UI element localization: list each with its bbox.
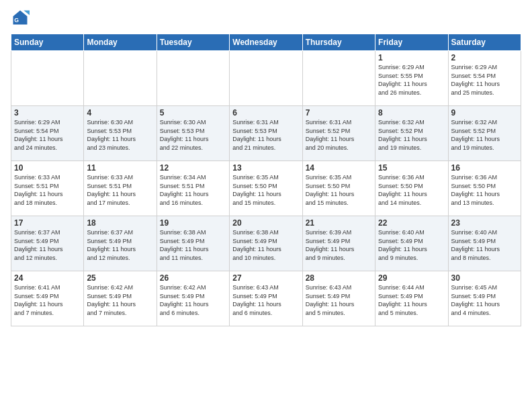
calendar-cell: 11Sunrise: 6:33 AM Sunset: 5:51 PM Dayli… — [84, 161, 157, 216]
day-info: Sunrise: 6:31 AM Sunset: 5:52 PM Dayligh… — [306, 118, 372, 152]
calendar-cell — [84, 51, 157, 106]
calendar-cell — [157, 51, 229, 106]
day-info: Sunrise: 6:30 AM Sunset: 5:53 PM Dayligh… — [87, 118, 153, 152]
day-info: Sunrise: 6:35 AM Sunset: 5:50 PM Dayligh… — [232, 173, 299, 207]
calendar-cell — [230, 51, 302, 106]
day-number: 10 — [14, 163, 81, 173]
calendar-cell: 6Sunrise: 6:31 AM Sunset: 5:53 PM Daylig… — [230, 106, 302, 161]
calendar-cell: 25Sunrise: 6:42 AM Sunset: 5:49 PM Dayli… — [84, 271, 157, 326]
calendar: SundayMondayTuesdayWednesdayThursdayFrid… — [11, 34, 521, 326]
weekday-header-monday: Monday — [84, 34, 157, 51]
weekday-header-sunday: Sunday — [11, 34, 84, 51]
calendar-cell — [11, 51, 84, 106]
calendar-cell: 17Sunrise: 6:37 AM Sunset: 5:49 PM Dayli… — [11, 216, 84, 271]
day-number: 8 — [378, 108, 445, 118]
day-number: 26 — [160, 273, 226, 283]
day-info: Sunrise: 6:43 AM Sunset: 5:49 PM Dayligh… — [232, 283, 299, 317]
calendar-cell: 15Sunrise: 6:36 AM Sunset: 5:50 PM Dayli… — [375, 161, 448, 216]
day-number: 2 — [451, 53, 518, 62]
day-info: Sunrise: 6:38 AM Sunset: 5:49 PM Dayligh… — [160, 228, 226, 262]
day-number: 24 — [14, 273, 81, 283]
day-number: 7 — [306, 108, 372, 118]
calendar-cell: 26Sunrise: 6:42 AM Sunset: 5:49 PM Dayli… — [157, 271, 229, 326]
calendar-week-3: 10Sunrise: 6:33 AM Sunset: 5:51 PM Dayli… — [11, 161, 521, 216]
weekday-header-thursday: Thursday — [302, 34, 375, 51]
calendar-cell: 27Sunrise: 6:43 AM Sunset: 5:49 PM Dayli… — [230, 271, 302, 326]
calendar-week-4: 17Sunrise: 6:37 AM Sunset: 5:49 PM Dayli… — [11, 216, 521, 271]
calendar-cell: 16Sunrise: 6:36 AM Sunset: 5:50 PM Dayli… — [448, 161, 521, 216]
calendar-cell: 12Sunrise: 6:34 AM Sunset: 5:51 PM Dayli… — [157, 161, 229, 216]
calendar-cell: 7Sunrise: 6:31 AM Sunset: 5:52 PM Daylig… — [302, 106, 375, 161]
calendar-cell: 22Sunrise: 6:40 AM Sunset: 5:49 PM Dayli… — [375, 216, 448, 271]
day-number: 28 — [306, 273, 372, 283]
calendar-cell: 13Sunrise: 6:35 AM Sunset: 5:50 PM Dayli… — [230, 161, 302, 216]
day-number: 21 — [306, 218, 372, 228]
calendar-cell: 18Sunrise: 6:37 AM Sunset: 5:49 PM Dayli… — [84, 216, 157, 271]
calendar-cell: 2Sunrise: 6:29 AM Sunset: 5:54 PM Daylig… — [448, 51, 521, 106]
day-number: 16 — [451, 163, 518, 173]
calendar-cell: 20Sunrise: 6:38 AM Sunset: 5:49 PM Dayli… — [230, 216, 302, 271]
day-number: 22 — [378, 218, 445, 228]
calendar-header-row: SundayMondayTuesdayWednesdayThursdayFrid… — [11, 34, 521, 51]
day-number: 1 — [378, 53, 445, 62]
day-info: Sunrise: 6:36 AM Sunset: 5:50 PM Dayligh… — [451, 173, 518, 207]
weekday-header-wednesday: Wednesday — [230, 34, 302, 51]
calendar-cell: 9Sunrise: 6:32 AM Sunset: 5:52 PM Daylig… — [448, 106, 521, 161]
day-info: Sunrise: 6:38 AM Sunset: 5:49 PM Dayligh… — [232, 228, 299, 262]
calendar-cell: 19Sunrise: 6:38 AM Sunset: 5:49 PM Dayli… — [157, 216, 229, 271]
calendar-cell: 23Sunrise: 6:40 AM Sunset: 5:49 PM Dayli… — [448, 216, 521, 271]
day-info: Sunrise: 6:39 AM Sunset: 5:49 PM Dayligh… — [306, 228, 372, 262]
day-number: 25 — [87, 273, 153, 283]
calendar-cell: 4Sunrise: 6:30 AM Sunset: 5:53 PM Daylig… — [84, 106, 157, 161]
day-info: Sunrise: 6:35 AM Sunset: 5:50 PM Dayligh… — [306, 173, 372, 207]
day-number: 6 — [232, 108, 299, 118]
day-number: 20 — [232, 218, 299, 228]
calendar-cell — [302, 51, 375, 106]
day-number: 3 — [14, 108, 81, 118]
day-number: 9 — [451, 108, 518, 118]
day-info: Sunrise: 6:45 AM Sunset: 5:49 PM Dayligh… — [451, 283, 518, 317]
day-info: Sunrise: 6:37 AM Sunset: 5:49 PM Dayligh… — [87, 228, 153, 262]
day-number: 23 — [451, 218, 518, 228]
day-number: 19 — [160, 218, 226, 228]
calendar-week-1: 1Sunrise: 6:29 AM Sunset: 5:55 PM Daylig… — [11, 51, 521, 106]
weekday-header-tuesday: Tuesday — [157, 34, 229, 51]
day-number: 5 — [160, 108, 226, 118]
calendar-week-2: 3Sunrise: 6:29 AM Sunset: 5:54 PM Daylig… — [11, 106, 521, 161]
weekday-header-friday: Friday — [375, 34, 448, 51]
calendar-week-5: 24Sunrise: 6:41 AM Sunset: 5:49 PM Dayli… — [11, 271, 521, 326]
day-info: Sunrise: 6:37 AM Sunset: 5:49 PM Dayligh… — [14, 228, 81, 262]
svg-text:G: G — [14, 17, 19, 24]
header: G — [11, 8, 521, 27]
calendar-cell: 24Sunrise: 6:41 AM Sunset: 5:49 PM Dayli… — [11, 271, 84, 326]
calendar-cell: 10Sunrise: 6:33 AM Sunset: 5:51 PM Dayli… — [11, 161, 84, 216]
calendar-cell: 29Sunrise: 6:44 AM Sunset: 5:49 PM Dayli… — [375, 271, 448, 326]
day-info: Sunrise: 6:41 AM Sunset: 5:49 PM Dayligh… — [14, 283, 81, 317]
day-info: Sunrise: 6:33 AM Sunset: 5:51 PM Dayligh… — [87, 173, 153, 207]
day-info: Sunrise: 6:34 AM Sunset: 5:51 PM Dayligh… — [160, 173, 226, 207]
day-info: Sunrise: 6:40 AM Sunset: 5:49 PM Dayligh… — [378, 228, 445, 262]
day-number: 11 — [87, 163, 153, 173]
day-info: Sunrise: 6:43 AM Sunset: 5:49 PM Dayligh… — [306, 283, 372, 317]
day-info: Sunrise: 6:42 AM Sunset: 5:49 PM Dayligh… — [160, 283, 226, 317]
day-number: 29 — [378, 273, 445, 283]
day-info: Sunrise: 6:32 AM Sunset: 5:52 PM Dayligh… — [451, 118, 518, 152]
day-info: Sunrise: 6:44 AM Sunset: 5:49 PM Dayligh… — [378, 283, 445, 317]
day-number: 13 — [232, 163, 299, 173]
calendar-cell: 21Sunrise: 6:39 AM Sunset: 5:49 PM Dayli… — [302, 216, 375, 271]
day-info: Sunrise: 6:29 AM Sunset: 5:54 PM Dayligh… — [14, 118, 81, 152]
day-info: Sunrise: 6:29 AM Sunset: 5:55 PM Dayligh… — [378, 63, 445, 97]
weekday-header-saturday: Saturday — [448, 34, 521, 51]
day-info: Sunrise: 6:30 AM Sunset: 5:53 PM Dayligh… — [160, 118, 226, 152]
calendar-cell: 1Sunrise: 6:29 AM Sunset: 5:55 PM Daylig… — [375, 51, 448, 106]
day-number: 18 — [87, 218, 153, 228]
day-number: 4 — [87, 108, 153, 118]
day-number: 30 — [451, 273, 518, 283]
calendar-cell: 30Sunrise: 6:45 AM Sunset: 5:49 PM Dayli… — [448, 271, 521, 326]
logo-icon: G — [11, 8, 30, 27]
day-info: Sunrise: 6:40 AM Sunset: 5:49 PM Dayligh… — [451, 228, 518, 262]
calendar-cell: 3Sunrise: 6:29 AM Sunset: 5:54 PM Daylig… — [11, 106, 84, 161]
day-number: 17 — [14, 218, 81, 228]
calendar-cell: 8Sunrise: 6:32 AM Sunset: 5:52 PM Daylig… — [375, 106, 448, 161]
day-number: 14 — [306, 163, 372, 173]
